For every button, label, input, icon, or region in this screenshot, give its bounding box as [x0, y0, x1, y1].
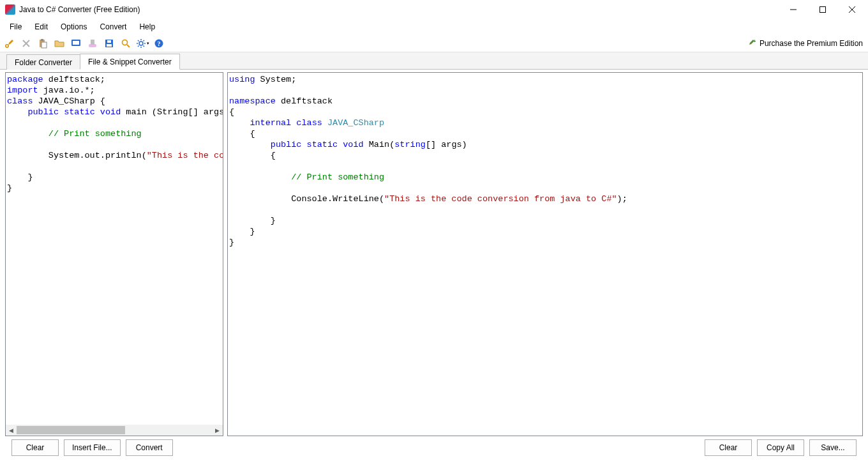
source-pane: package delftstack; import java.io.*; cl…: [5, 72, 223, 436]
menubar: File Edit Options Convert Help: [0, 19, 868, 34]
tab-folder-converter[interactable]: Folder Converter: [6, 54, 80, 70]
premium-icon: +: [747, 39, 756, 48]
svg-line-26: [138, 45, 139, 47]
toolbar: ▾ ? + Purchase the Premium Edition: [0, 34, 868, 52]
svg-point-4: [6, 44, 8, 47]
svg-rect-9: [41, 42, 47, 48]
window-title: Java to C# Converter (Free Edition): [19, 5, 140, 14]
svg-point-19: [139, 42, 143, 45]
settings-icon[interactable]: ▾: [135, 36, 149, 50]
scroll-thumb[interactable]: [17, 426, 125, 434]
copy-all-button[interactable]: Copy All: [757, 439, 804, 456]
tab-file-snippet-converter[interactable]: File & Snippet Converter: [80, 54, 180, 70]
clear-output-button[interactable]: Clear: [705, 439, 752, 456]
source-code-editor[interactable]: package delftstack; import java.io.*; cl…: [6, 73, 223, 425]
maximize-button[interactable]: [808, 0, 837, 19]
save-icon[interactable]: [102, 36, 116, 50]
tabstrip: Folder Converter File & Snippet Converte…: [0, 52, 868, 70]
insert-file-button[interactable]: Insert File...: [64, 439, 121, 456]
clear-icon[interactable]: [86, 36, 100, 50]
svg-rect-16: [107, 40, 111, 43]
svg-text:+: +: [753, 39, 756, 44]
wrench-icon[interactable]: [3, 36, 17, 50]
minimize-button[interactable]: [779, 0, 808, 19]
menu-file[interactable]: File: [4, 20, 27, 33]
convert-button[interactable]: Convert: [126, 439, 173, 456]
clear-source-button[interactable]: Clear: [11, 439, 59, 456]
search-icon[interactable]: [119, 36, 133, 50]
premium-label: Purchase the Premium Edition: [760, 39, 863, 48]
output-pane: using System; namespace delftstack { int…: [227, 72, 863, 436]
menu-convert[interactable]: Convert: [94, 20, 132, 33]
svg-text:?: ?: [158, 40, 161, 47]
help-icon[interactable]: ?: [152, 36, 166, 50]
scroll-right-icon[interactable]: ▶: [212, 425, 223, 436]
svg-line-24: [138, 40, 139, 42]
svg-point-17: [123, 40, 128, 45]
bottombar: Clear Insert File... Convert Clear Copy …: [0, 436, 868, 463]
svg-line-18: [127, 45, 130, 47]
app-icon: [5, 4, 15, 15]
paste-icon[interactable]: [36, 36, 50, 50]
premium-link[interactable]: + Purchase the Premium Edition: [747, 39, 865, 48]
svg-rect-13: [91, 40, 94, 45]
close-button[interactable]: [837, 0, 867, 19]
window-controls: [779, 0, 867, 19]
menu-help[interactable]: Help: [133, 20, 161, 33]
open-file-icon[interactable]: [52, 36, 66, 50]
svg-line-27: [143, 40, 144, 42]
svg-line-25: [143, 45, 144, 47]
convert-icon[interactable]: [69, 36, 83, 50]
menu-edit[interactable]: Edit: [29, 20, 54, 33]
scroll-left-icon[interactable]: ◀: [6, 425, 17, 436]
svg-rect-15: [107, 44, 112, 47]
menu-options[interactable]: Options: [55, 20, 93, 33]
svg-rect-1: [820, 7, 826, 13]
source-horizontal-scrollbar[interactable]: ◀ ▶: [6, 425, 223, 436]
save-button[interactable]: Save...: [809, 439, 857, 456]
output-code-viewer[interactable]: using System; namespace delftstack { int…: [228, 73, 862, 436]
svg-rect-11: [73, 41, 79, 45]
workarea: package delftstack; import java.io.*; cl…: [0, 70, 868, 436]
titlebar: Java to C# Converter (Free Edition): [0, 0, 868, 19]
svg-rect-8: [41, 39, 43, 41]
delete-icon[interactable]: [19, 36, 33, 50]
